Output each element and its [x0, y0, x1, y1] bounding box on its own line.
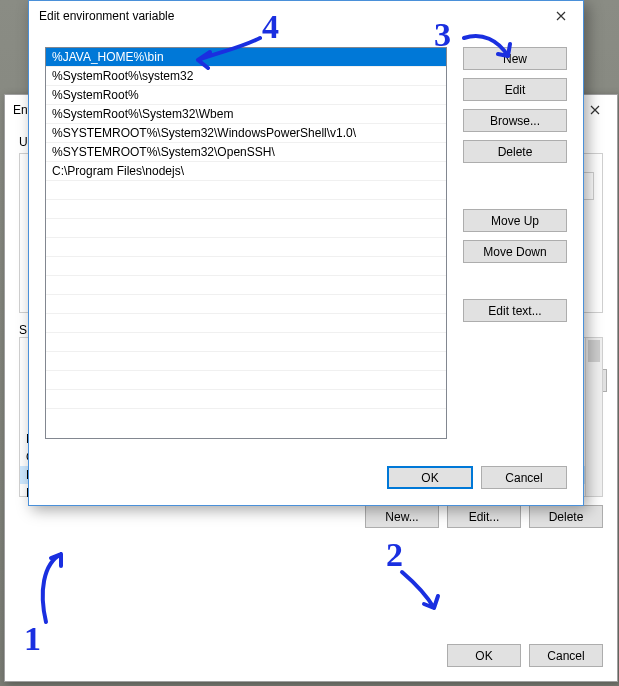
cancel-button[interactable]: Cancel — [481, 466, 567, 489]
env-cancel-button[interactable]: Cancel — [529, 644, 603, 667]
env-ok-button[interactable]: OK — [447, 644, 521, 667]
delete-button[interactable]: Delete — [463, 140, 567, 163]
scrollbar[interactable] — [585, 338, 602, 496]
scrollbar-thumb[interactable] — [588, 340, 600, 362]
list-item[interactable] — [46, 333, 446, 352]
sys-delete-button[interactable]: Delete — [529, 505, 603, 528]
new-button[interactable]: New — [463, 47, 567, 70]
dialog-title: Edit environment variable — [39, 9, 174, 23]
list-item[interactable] — [46, 238, 446, 257]
edit-env-titlebar[interactable]: Edit environment variable — [29, 1, 583, 31]
edit-button[interactable]: Edit — [463, 78, 567, 101]
list-item[interactable] — [46, 276, 446, 295]
move-up-button[interactable]: Move Up — [463, 209, 567, 232]
edit-env-var-dialog: Edit environment variable %JAVA_HOME%\bi… — [28, 0, 584, 506]
list-item[interactable] — [46, 295, 446, 314]
list-item[interactable]: %SYSTEMROOT%\System32\WindowsPowerShell\… — [46, 124, 446, 143]
list-item[interactable] — [46, 314, 446, 333]
list-item[interactable]: %SystemRoot%\system32 — [46, 67, 446, 86]
list-item[interactable] — [46, 371, 446, 390]
list-item[interactable]: %SYSTEMROOT%\System32\OpenSSH\ — [46, 143, 446, 162]
list-item[interactable]: %SystemRoot%\System32\Wbem — [46, 105, 446, 124]
list-item[interactable] — [46, 181, 446, 200]
list-item[interactable] — [46, 390, 446, 409]
list-item[interactable] — [46, 352, 446, 371]
close-icon[interactable] — [538, 2, 583, 31]
list-item[interactable] — [46, 409, 446, 428]
edit-text-button[interactable]: Edit text... — [463, 299, 567, 322]
list-item[interactable]: C:\Program Files\nodejs\ — [46, 162, 446, 181]
browse-button[interactable]: Browse... — [463, 109, 567, 132]
side-button-column: New Edit Browse... Delete Move Up Move D… — [463, 47, 567, 450]
list-item[interactable] — [46, 257, 446, 276]
path-entries-listbox[interactable]: %JAVA_HOME%\bin %SystemRoot%\system32 %S… — [45, 47, 447, 439]
list-item[interactable] — [46, 219, 446, 238]
list-item[interactable]: %SystemRoot% — [46, 86, 446, 105]
list-item[interactable] — [46, 200, 446, 219]
ok-button[interactable]: OK — [387, 466, 473, 489]
move-down-button[interactable]: Move Down — [463, 240, 567, 263]
sys-new-button[interactable]: New... — [365, 505, 439, 528]
sys-edit-button[interactable]: Edit... — [447, 505, 521, 528]
list-item[interactable]: %JAVA_HOME%\bin — [46, 48, 446, 67]
